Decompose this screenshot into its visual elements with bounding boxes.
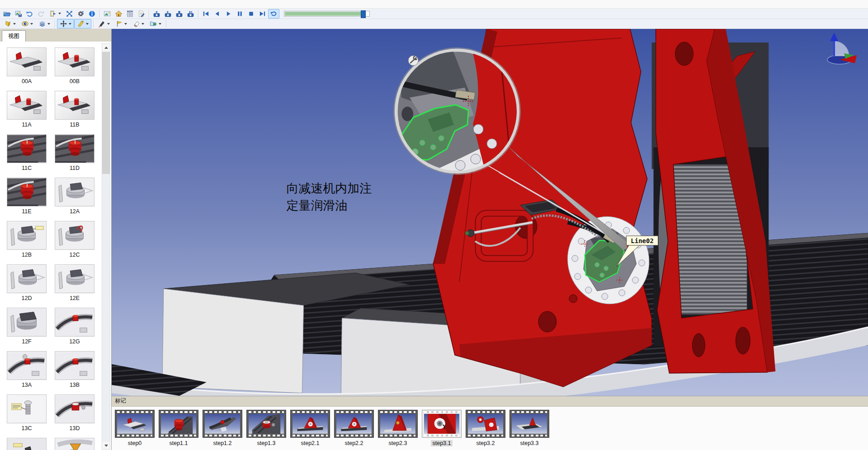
view-thumbnail-image[interactable] [7, 264, 47, 293]
view-thumbnail-image[interactable] [55, 308, 94, 337]
playback-progress-handle[interactable] [361, 10, 366, 18]
step-filmstrip-frame[interactable] [334, 410, 374, 438]
view-thumbnail[interactable]: 12D [7, 264, 47, 302]
view-thumbnail[interactable]: 00A [7, 47, 47, 85]
step-filmstrip-frame[interactable] [509, 410, 549, 438]
dropdown-arrow-icon[interactable] [159, 23, 161, 25]
dropdown-arrow-icon[interactable] [107, 23, 110, 25]
step-filmstrip-frame[interactable] [159, 410, 198, 438]
rotate-part-button[interactable] [74, 19, 91, 28]
menu-view[interactable] [18, 4, 26, 5]
view-thumbnail[interactable]: 12B [7, 221, 47, 258]
step-thumbnail[interactable]: step2.1 [290, 410, 330, 446]
scroll-up-button[interactable] [102, 44, 110, 51]
view-thumbnail[interactable]: 12F [7, 308, 47, 345]
step-filmstrip-frame[interactable] [246, 410, 286, 438]
view-thumbnail[interactable]: 11D [55, 134, 94, 172]
view-thumbnail-image[interactable] [7, 308, 47, 337]
playback-progress-slider[interactable] [284, 11, 370, 17]
step-filmstrip-frame[interactable] [378, 410, 418, 438]
scrollbar-thumb[interactable] [102, 52, 110, 174]
stop-button[interactable] [245, 9, 257, 19]
view-thumbnail[interactable]: 11B [55, 91, 94, 128]
view-thumbnail-image[interactable] [55, 351, 94, 380]
view-thumbnail-image[interactable] [7, 221, 47, 250]
step-thumbnail[interactable]: step3.3 [509, 410, 549, 446]
dropdown-arrow-icon[interactable] [86, 23, 89, 25]
step-filmstrip-frame[interactable] [466, 410, 505, 438]
dropdown-arrow-icon[interactable] [58, 13, 61, 14]
move-part-button[interactable] [57, 19, 74, 28]
step-thumbnail[interactable]: step3.2 [466, 410, 505, 446]
step-thumbnail[interactable]: step3.1 [422, 410, 462, 446]
view-thumbnail[interactable]: 12G [55, 308, 94, 345]
loop-button[interactable] [268, 9, 279, 19]
info-button[interactable] [86, 9, 98, 19]
view-thumbnail[interactable] [55, 438, 94, 450]
step-thumbnail[interactable]: step1.3 [246, 410, 286, 446]
settings-button[interactable] [75, 9, 86, 19]
notes-button[interactable] [136, 9, 147, 19]
keyframe-play-button[interactable] [162, 9, 174, 19]
dropdown-arrow-icon[interactable] [30, 23, 33, 25]
label-flag-button[interactable] [113, 19, 130, 28]
view-thumbnail[interactable]: 11A [7, 91, 47, 128]
view-thumbnail[interactable]: 12E [55, 264, 94, 302]
menu-file[interactable] [2, 4, 10, 5]
dropdown-arrow-icon[interactable] [47, 23, 50, 25]
view-thumbnail-image[interactable] [7, 134, 47, 163]
view-thumbnail[interactable]: 13B [55, 351, 94, 389]
visibility-button[interactable] [19, 19, 36, 28]
explode-view-button[interactable] [1, 19, 19, 28]
view-thumbnail-image[interactable] [7, 47, 47, 76]
home-view-button[interactable] [113, 9, 124, 19]
go-first-button[interactable] [200, 9, 212, 19]
export-view-button[interactable] [147, 19, 164, 28]
view-thumbnail-image[interactable] [55, 264, 94, 293]
bom-table-button[interactable] [124, 9, 136, 19]
view-thumbnail[interactable]: 11C [7, 134, 47, 172]
undo-button[interactable] [24, 9, 35, 19]
3d-viewport[interactable]: Line02 向减速机内加注 定量润滑油 [112, 29, 868, 396]
view-thumbnail[interactable]: 13A [7, 351, 47, 389]
display-mode-button[interactable] [36, 19, 53, 28]
step-filmstrip-frame[interactable] [290, 410, 330, 438]
dropdown-arrow-icon[interactable] [142, 23, 144, 25]
step-thumbnail[interactable]: step2.2 [334, 410, 374, 446]
menu-edit[interactable] [10, 4, 18, 5]
step-thumbnail[interactable]: step1.1 [159, 410, 198, 446]
window-layout-button[interactable] [47, 9, 64, 19]
annotate-pen-button[interactable] [95, 19, 113, 28]
keyframe-back-button[interactable] [151, 9, 162, 19]
dropdown-arrow-icon[interactable] [13, 23, 16, 25]
step-thumbnail[interactable]: step1.2 [203, 410, 242, 446]
view-thumbnail-image[interactable] [7, 438, 47, 450]
pause-button[interactable] [234, 9, 245, 19]
keyframe-stop-button[interactable] [174, 9, 185, 19]
view-thumbnail[interactable] [7, 438, 47, 450]
dropdown-arrow-icon[interactable] [69, 23, 71, 25]
view-thumbnail-image[interactable] [7, 178, 47, 206]
view-thumbnail[interactable]: 13D [55, 394, 94, 432]
erase-markup-button[interactable] [130, 19, 147, 28]
view-thumbnail[interactable]: 12C [55, 221, 94, 258]
view-thumbnail-image[interactable] [7, 91, 47, 120]
fit-window-button[interactable] [64, 9, 75, 19]
step-filmstrip-frame[interactable] [422, 410, 462, 438]
view-thumbnail[interactable]: 11E [7, 178, 47, 215]
step-filmstrip-frame[interactable] [203, 410, 242, 438]
tab-views[interactable]: 视图 [2, 30, 26, 42]
scroll-down-button[interactable] [102, 442, 110, 449]
views-scrollbar[interactable] [102, 43, 110, 450]
play-button[interactable] [223, 9, 234, 19]
view-thumbnail[interactable]: 13C [7, 394, 47, 432]
open-file-button[interactable] [1, 9, 13, 19]
save-image-button[interactable] [13, 9, 24, 19]
step-thumbnail[interactable]: step2.3 [378, 410, 418, 446]
dropdown-arrow-icon[interactable] [124, 23, 127, 25]
view-thumbnail-image[interactable] [7, 394, 47, 423]
view-thumbnail-image[interactable] [7, 351, 47, 380]
view-thumbnail[interactable]: 00B [55, 47, 94, 85]
view-thumbnail-image[interactable] [55, 438, 94, 450]
view-thumbnail[interactable]: 12A [55, 178, 94, 215]
